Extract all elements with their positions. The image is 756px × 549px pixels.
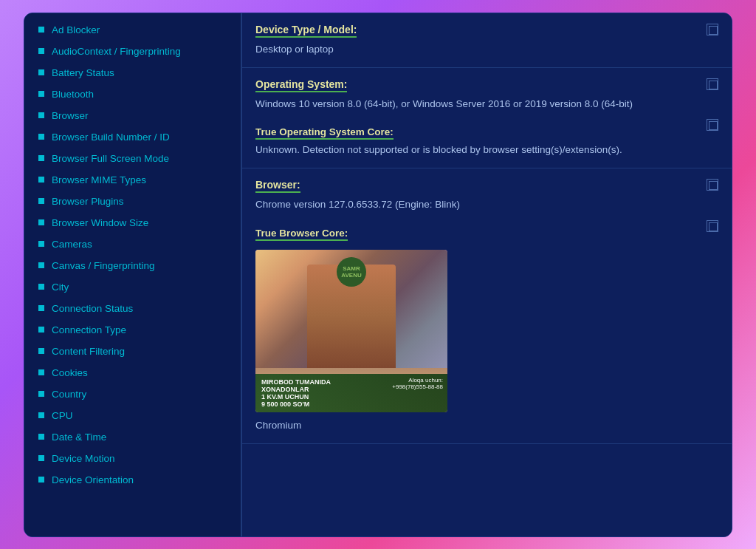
section-subheader-row: True Operating System Core:: [255, 119, 718, 143]
bullet-icon: [38, 477, 44, 482]
sidebar-item[interactable]: Cameras: [24, 233, 241, 255]
bullet-icon: [38, 434, 44, 440]
bullet-icon: [38, 112, 44, 118]
section-value: Windows 10 version 8.0 (64-bit), or Wind…: [255, 97, 718, 112]
sidebar-item-label: Connection Status: [52, 303, 133, 314]
section-header-row: Browser:: [255, 179, 718, 197]
ad-container: AD ✕ SAMR AVENU MIROBOD TUMANIDA XONADON…: [255, 250, 447, 412]
sidebar-item[interactable]: Battery Status: [24, 62, 241, 83]
copy-icon[interactable]: [707, 179, 718, 191]
section-title: Operating System:: [255, 78, 347, 92]
bullet-icon: [38, 48, 44, 54]
section-value: Chrome version 127.0.6533.72 (Engine: Bl…: [255, 197, 718, 212]
sidebar-item-label: Battery Status: [52, 67, 114, 78]
sidebar-item[interactable]: Cookies: [24, 362, 241, 383]
sidebar-item[interactable]: Browser Plugins: [24, 191, 241, 212]
bullet-icon: [38, 155, 44, 161]
bullet-icon: [38, 198, 44, 204]
bullet-icon: [38, 219, 44, 225]
section-header-row: Operating System:: [255, 78, 718, 97]
bullet-icon: [38, 177, 44, 183]
sidebar-item-label: Canvas / Fingerprinting: [52, 260, 155, 271]
sidebar-item-label: Bluetooth: [52, 89, 94, 100]
sidebar: Ad BlockerAudioContext / FingerprintingB…: [24, 13, 242, 536]
section-browser: Browser: Chrome version 127.0.6533.72 (E…: [242, 168, 732, 444]
ad-logo: SAMR AVENU: [337, 257, 366, 287]
sidebar-item[interactable]: City: [24, 276, 241, 298]
copy-icon[interactable]: [707, 78, 718, 90]
sidebar-item[interactable]: Bluetooth: [24, 83, 241, 105]
bullet-icon: [38, 369, 44, 375]
content-panel: Device Type / Model: Desktop or laptop O…: [242, 13, 732, 536]
sidebar-item-label: Cookies: [52, 367, 88, 378]
sidebar-item[interactable]: Browser Window Size: [24, 212, 241, 233]
sidebar-item-label: Browser: [52, 110, 89, 121]
sidebar-item-label: Content Filtering: [52, 346, 125, 357]
bullet-icon: [38, 284, 44, 290]
sidebar-item-label: AudioContext / Fingerprinting: [52, 46, 181, 57]
bullet-icon: [38, 391, 44, 397]
section-subtitle: True Browser Core:: [255, 228, 348, 241]
bullet-icon: [38, 305, 44, 311]
main-container: Ad BlockerAudioContext / FingerprintingB…: [24, 13, 732, 537]
sidebar-item[interactable]: Device Orientation: [24, 469, 241, 491]
sidebar-item-label: Browser Window Size: [52, 217, 148, 228]
sidebar-item[interactable]: Ad Blocker: [24, 19, 241, 41]
bullet-icon: [38, 69, 44, 75]
bullet-icon: [38, 348, 44, 354]
section-subtitle: True Operating System Core:: [255, 126, 394, 140]
sidebar-item-label: Browser Plugins: [52, 196, 124, 207]
copy-icon-sub[interactable]: [707, 119, 718, 131]
chromium-label: Chromium: [255, 418, 718, 433]
section-subheader-row: True Browser Core:: [255, 220, 718, 244]
ad-contact-phone: +998(78)555-88-88: [392, 383, 443, 390]
bullet-icon: [38, 241, 44, 247]
section-subtitle-value: Unknown. Detection not supported or is b…: [255, 143, 718, 157]
bullet-icon: [38, 134, 44, 140]
section-title: Browser:: [255, 179, 300, 193]
sidebar-item-label: Country: [52, 389, 86, 400]
section-operating-system: Operating System: Windows 10 version 8.0…: [242, 68, 732, 169]
ad-building-image: SAMR AVENU: [255, 250, 447, 368]
sidebar-item[interactable]: Device Motion: [24, 448, 241, 469]
bullet-icon: [38, 327, 44, 333]
sidebar-item-label: Browser MIME Types: [52, 174, 146, 185]
bullet-icon: [38, 412, 44, 418]
sidebar-item[interactable]: Browser Full Screen Mode: [24, 148, 241, 169]
sidebar-item[interactable]: Browser Build Number / ID: [24, 126, 241, 148]
bullet-icon: [38, 455, 44, 461]
ad-contact: Aloqa uchun: +998(78)555-88-88: [392, 377, 443, 390]
sidebar-item[interactable]: AudioContext / Fingerprinting: [24, 41, 241, 62]
sidebar-item-label: Ad Blocker: [52, 24, 100, 35]
sidebar-item-label: Date & Time: [52, 432, 106, 443]
section-header-row: Device Type / Model:: [255, 24, 718, 42]
ad-contact-label: Aloqa uchun:: [392, 377, 443, 383]
sidebar-item-label: Browser Full Screen Mode: [52, 153, 169, 164]
sidebar-item-label: CPU: [52, 410, 73, 421]
sidebar-item[interactable]: CPU: [24, 405, 241, 426]
sidebar-item[interactable]: Country: [24, 383, 241, 405]
bullet-icon: [38, 91, 44, 97]
sidebar-item[interactable]: Content Filtering: [24, 341, 241, 362]
section-device-type: Device Type / Model: Desktop or laptop: [242, 13, 732, 68]
section-value: Desktop or laptop: [255, 42, 718, 57]
copy-icon-sub[interactable]: [707, 220, 718, 232]
sidebar-item-label: Device Orientation: [52, 474, 134, 485]
section-title: Device Type / Model:: [255, 24, 357, 38]
sidebar-item[interactable]: Connection Type: [24, 319, 241, 341]
sidebar-item-label: Browser Build Number / ID: [52, 132, 170, 143]
sidebar-item-label: Connection Type: [52, 324, 126, 335]
sidebar-item[interactable]: Date & Time: [24, 426, 241, 448]
sidebar-item[interactable]: Browser MIME Types: [24, 169, 241, 191]
bullet-icon: [38, 27, 44, 33]
sidebar-item-label: Device Motion: [52, 453, 115, 464]
sidebar-item-label: Cameras: [52, 239, 92, 250]
copy-icon[interactable]: [707, 24, 718, 35]
bullet-icon: [38, 262, 44, 268]
sidebar-item-label: City: [52, 282, 69, 293]
sidebar-item[interactable]: Connection Status: [24, 298, 241, 319]
sidebar-item[interactable]: Browser: [24, 105, 241, 126]
sidebar-item[interactable]: Canvas / Fingerprinting: [24, 255, 241, 276]
